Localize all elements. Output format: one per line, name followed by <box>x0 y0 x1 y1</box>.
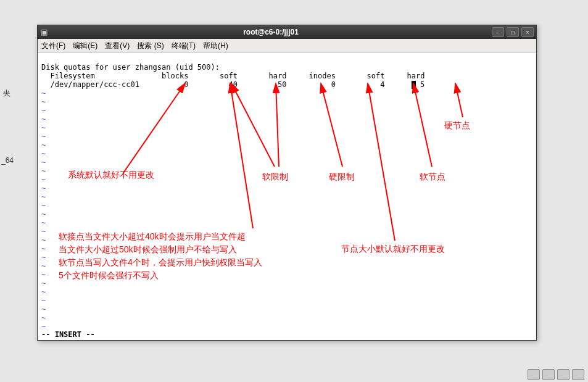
tilde-line: ~ <box>41 184 398 193</box>
tilde-line: ~ <box>41 123 398 132</box>
tilde-line: ~ <box>41 149 398 158</box>
cursor <box>412 81 416 89</box>
tilde-line: ~ <box>41 218 398 227</box>
desktop-folder-label: 夹 <box>3 88 10 99</box>
terminal-window: ▣ root@c6-0:/jjj01 – □ × 文件(F) 编辑(E) 查看(… <box>37 25 537 341</box>
tilde-line: ~ <box>41 175 398 184</box>
tray-icon[interactable] <box>528 369 540 380</box>
maximize-button[interactable]: □ <box>507 27 519 37</box>
tilde-line: ~ <box>41 201 398 210</box>
tilde-line: ~ <box>41 193 398 201</box>
desktop-system-label: _64 <box>1 156 14 165</box>
val-soft1: 40 <box>228 80 237 89</box>
menu-terminal[interactable]: 终端(T) <box>172 41 196 51</box>
minimize-button[interactable]: – <box>492 27 504 37</box>
tilde-line: ~ <box>41 296 398 305</box>
val-blocks: 0 <box>184 80 188 89</box>
col-hard1: hard <box>269 72 287 80</box>
col-filesystem: Filesystem <box>50 72 94 80</box>
tilde-line: ~ <box>41 167 398 175</box>
tilde-line: ~ <box>41 210 398 218</box>
vim-status: -- INSERT -- <box>41 330 95 339</box>
tray-icon[interactable] <box>542 369 555 380</box>
titlebar[interactable]: ▣ root@c6-0:/jjj01 – □ × <box>38 25 536 39</box>
tilde-line: ~ <box>41 262 398 270</box>
window-title: root@c6-0:/jjj01 <box>50 28 492 36</box>
menu-search[interactable]: 搜索 (S) <box>137 41 164 51</box>
menu-view[interactable]: 查看(V) <box>105 41 130 51</box>
val-hard1: 50 <box>278 80 286 89</box>
terminal-area[interactable]: Disk quotas for user zhangsan (uid 500):… <box>38 53 536 340</box>
menu-file[interactable]: 文件(F) <box>41 41 65 51</box>
tilde-line: ~ <box>41 106 398 115</box>
taskbar-tray <box>528 369 584 380</box>
col-inodes: inodes <box>309 72 336 80</box>
tray-icon[interactable] <box>572 369 584 380</box>
tilde-line: ~ <box>41 141 398 149</box>
menu-edit[interactable]: 编辑(E) <box>73 41 97 51</box>
menubar: 文件(F) 编辑(E) 查看(V) 搜索 (S) 终端(T) 帮助(H) <box>38 39 536 53</box>
tilde-line: ~ <box>41 322 398 331</box>
tilde-line: ~ <box>41 115 398 123</box>
val-filesystem: /dev/mapper/ccc-cc01 <box>50 80 139 89</box>
val-soft2: 4 <box>380 80 384 89</box>
quota-title: Disk quotas for user zhangsan (uid 500): <box>41 63 220 72</box>
tilde-line: ~ <box>41 313 398 322</box>
tilde-line: ~ <box>41 89 398 98</box>
col-soft1: soft <box>220 72 238 80</box>
col-blocks: blocks <box>162 72 188 80</box>
close-button[interactable]: × <box>521 27 534 37</box>
tilde-line: ~ <box>41 253 398 262</box>
tilde-line: ~ <box>41 227 398 236</box>
val-inodes: 0 <box>331 80 336 89</box>
tilde-line: ~ <box>41 158 398 167</box>
tilde-line: ~ <box>41 288 398 296</box>
col-soft2: soft <box>366 72 384 80</box>
col-hard2: hard <box>407 72 425 80</box>
tilde-line: ~ <box>41 236 398 244</box>
tray-icon[interactable] <box>557 369 569 380</box>
tilde-line: ~ <box>41 305 398 313</box>
tilde-line: ~ <box>41 244 398 253</box>
menu-help[interactable]: 帮助(H) <box>203 41 228 51</box>
tilde-line: ~ <box>41 270 398 279</box>
tilde-line: ~ <box>41 98 398 106</box>
terminal-icon: ▣ <box>38 28 50 36</box>
val-hard2: 5 <box>420 80 424 89</box>
tilde-line: ~ <box>41 279 398 288</box>
tilde-line: ~ <box>41 132 398 141</box>
